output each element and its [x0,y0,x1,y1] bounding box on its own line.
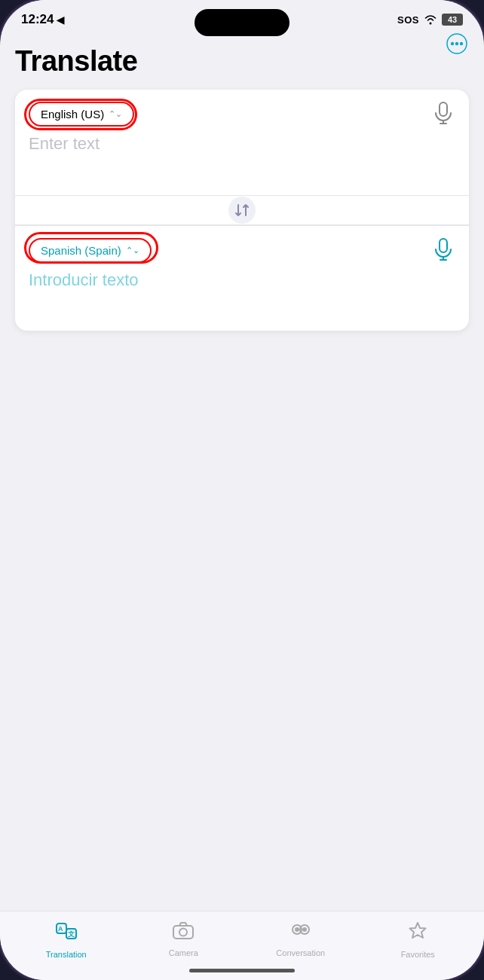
source-language-label: English (US) [41,108,104,121]
svg-text:文: 文 [68,930,75,938]
svg-text:A: A [58,925,63,933]
source-language-selector[interactable]: English (US) ⌃⌄ [29,102,134,127]
target-language-label: Spanish (Spain) [41,244,121,257]
target-chevron-icon: ⌃⌄ [126,246,139,255]
swap-languages-button[interactable] [228,197,256,224]
battery-level: 43 [448,15,457,24]
conversation-tab-icon [289,920,313,945]
tab-translation[interactable]: A 文 Translation [8,920,125,959]
svg-point-0 [451,41,454,44]
battery-icon: 43 [442,14,463,26]
wifi-icon [424,14,437,25]
main-content: Translate English (US) ⌃⌄ Enter text [0,33,484,911]
status-right-icons: SOS 43 [397,14,463,26]
camera-tab-label: Camera [169,948,198,957]
target-language-selector[interactable]: Spanish (Spain) ⌃⌄ [29,238,152,263]
source-mic-button[interactable] [430,102,457,129]
translation-tab-icon: A 文 [55,920,78,947]
svg-point-1 [455,41,458,44]
svg-point-18 [295,927,299,932]
svg-point-15 [179,929,187,936]
svg-rect-4 [440,102,447,116]
location-arrow-icon: ◀ [57,14,64,26]
camera-tab-icon [172,920,195,945]
home-indicator [189,969,295,972]
target-placeholder-text: Introducir texto [29,270,455,290]
status-time: 12:24 ◀ [21,12,64,27]
source-mic-icon [433,101,454,130]
target-mic-icon [433,237,454,267]
favorites-tab-label: Favorites [401,950,435,959]
favorites-tab-icon [407,920,428,947]
time-display: 12:24 [21,12,54,27]
phone-frame: 12:24 ◀ SOS 43 [0,0,484,980]
source-chevron-icon: ⌃⌄ [109,109,122,119]
source-placeholder-text: Enter text [29,134,455,154]
svg-rect-7 [440,239,447,252]
svg-point-19 [302,927,307,932]
target-language-section: Spanish (Spain) ⌃⌄ Introducir texto [15,225,469,331]
more-dots-icon [446,33,467,58]
more-button[interactable] [445,33,469,57]
page-title: Translate [15,45,469,78]
dynamic-island [195,9,289,36]
translation-tab-label: Translation [46,950,87,959]
sos-indicator: SOS [397,14,419,26]
svg-point-2 [460,41,463,44]
translation-card: English (US) ⌃⌄ Enter text [15,90,469,331]
conversation-tab-label: Conversation [276,948,325,957]
tab-camera[interactable]: Camera [125,920,243,959]
source-language-section: English (US) ⌃⌄ Enter text [15,90,469,195]
tab-conversation[interactable]: Conversation [242,920,360,959]
tab-favorites[interactable]: Favorites [360,920,477,959]
phone-screen: 12:24 ◀ SOS 43 [0,0,484,980]
target-mic-button[interactable] [430,238,457,265]
